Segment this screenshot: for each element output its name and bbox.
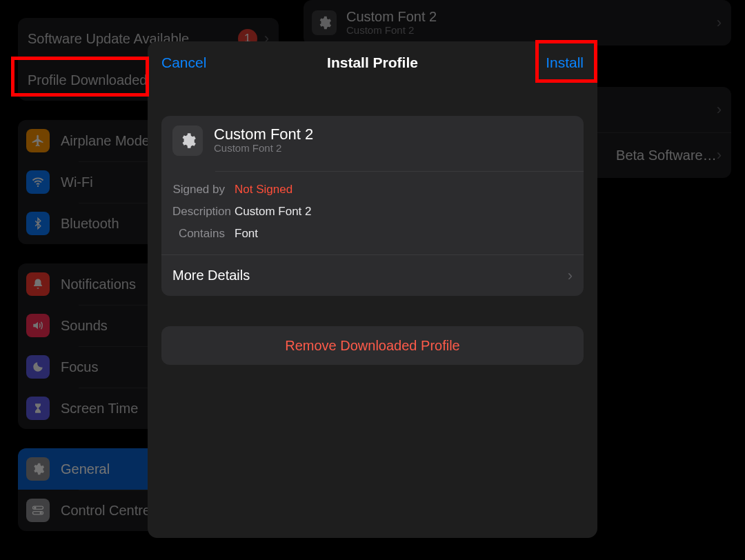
moon-icon — [26, 355, 50, 379]
more-details-row[interactable]: More Details › — [161, 254, 584, 296]
meta-label: Contains — [172, 227, 225, 241]
chevron-right-icon: › — [717, 146, 722, 164]
chevron-right-icon: › — [717, 14, 722, 32]
svg-point-0 — [37, 186, 39, 187]
bell-icon — [26, 272, 50, 296]
chevron-right-icon: › — [717, 101, 722, 119]
more-details-label: More Details — [172, 268, 568, 283]
profile-card: Custom Font 2 Custom Font 2 Signed by No… — [161, 116, 584, 296]
profile-title: Custom Font 2 — [346, 9, 717, 24]
meta-description: Description Custom Font 2 — [161, 201, 584, 223]
profile-meta: Signed by Not Signed Description Custom … — [161, 179, 584, 254]
cancel-button[interactable]: Cancel — [161, 54, 206, 71]
chevron-right-icon: › — [568, 267, 573, 285]
profile-title: Custom Font 2 — [214, 127, 573, 142]
install-profile-modal: Cancel Install Profile Install Custom Fo… — [148, 41, 597, 538]
profile-subtitle: Custom Font 2 — [346, 24, 717, 37]
svg-point-4 — [40, 512, 42, 514]
modal-header: Cancel Install Profile Install — [161, 41, 584, 84]
profile-subtitle: Custom Font 2 — [214, 142, 573, 154]
content-group-profiles: Custom Font 2 Custom Font 2 › — [304, 0, 731, 46]
meta-contains: Contains Font — [161, 223, 584, 245]
meta-value-not-signed: Not Signed — [235, 183, 292, 197]
toggles-icon — [26, 499, 50, 522]
remove-profile-label: Remove Downloaded Profile — [285, 338, 459, 354]
meta-label: Description — [172, 205, 225, 219]
meta-signedby: Signed by Not Signed — [161, 179, 584, 201]
bluetooth-icon — [26, 212, 50, 235]
meta-label: Signed by — [172, 183, 225, 197]
modal-title: Install Profile — [148, 54, 597, 71]
meta-value: Custom Font 2 — [235, 205, 312, 219]
profile-title-stack: Custom Font 2 Custom Font 2 — [214, 127, 573, 154]
gear-icon — [172, 126, 203, 156]
profile-stack: Custom Font 2 Custom Font 2 — [346, 9, 717, 37]
svg-point-2 — [34, 507, 36, 509]
hourglass-icon — [26, 397, 50, 420]
meta-value: Font — [235, 227, 258, 241]
gear-icon — [312, 10, 337, 35]
remove-profile-button[interactable]: Remove Downloaded Profile — [161, 326, 584, 365]
speaker-icon — [26, 314, 50, 337]
gear-icon — [26, 457, 50, 481]
profile-row-customfont2[interactable]: Custom Font 2 Custom Font 2 › — [304, 0, 731, 46]
profile-card-head: Custom Font 2 Custom Font 2 — [161, 116, 584, 166]
wifi-icon — [26, 170, 50, 194]
install-button[interactable]: Install — [546, 54, 584, 71]
airplane-icon — [26, 129, 50, 152]
